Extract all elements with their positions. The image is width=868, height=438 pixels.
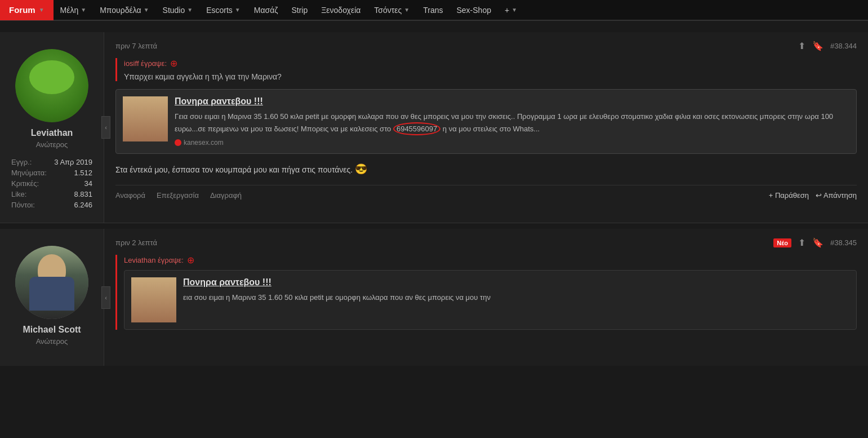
edit-button[interactable]: Επεξεργασία xyxy=(157,191,199,200)
critics-label: Κριτικές: xyxy=(11,179,39,188)
stat-messages: Μηνύματα: 1.512 xyxy=(11,169,92,177)
nested-quote-author: Leviathan έγραψε: ⊕ xyxy=(124,255,857,266)
nav-item-studio[interactable]: Studio ▼ xyxy=(156,0,200,20)
quote-icon: ⊕ xyxy=(170,58,177,69)
nav-item-strip[interactable]: Strip xyxy=(284,0,314,20)
nav-item-sexshop[interactable]: Sex-Shop xyxy=(450,0,498,20)
nav-item-masaz[interactable]: Μασάζ xyxy=(247,0,285,20)
post-time: πριν 7 λεπτά xyxy=(115,42,157,50)
post-time-2: πριν 2 λεπτά xyxy=(115,238,157,247)
points-label: Πόντοι: xyxy=(11,201,35,209)
report-button[interactable]: Αναφορά xyxy=(115,191,145,200)
bookmark-icon-2[interactable]: 🔖 xyxy=(812,237,824,248)
phone-number: 6945596097 xyxy=(393,122,440,136)
top-navigation: Forum ▼ Μέλη ▼ Μπουρδέλα ▼ Studio ▼ Esco… xyxy=(0,0,868,21)
ad-description: Γεια σου ειμαι η Μαρινα 35 1.60 50 κιλα … xyxy=(175,111,849,135)
post-2: ‹ Michael Scott Ανώτερος πριν 2 λεπτά Νέ… xyxy=(0,229,868,366)
nav-arrow-icon: ▼ xyxy=(81,7,86,13)
nav-item-xenodoxeia[interactable]: Ξενοδοχεία xyxy=(314,0,367,20)
ad-thumbnail xyxy=(123,96,168,141)
nested-ad-thumb-image xyxy=(131,277,176,322)
quote-text: Υπαρχει καμια αγγελια η τηλ για την Μαρι… xyxy=(124,72,857,81)
post-1: ‹ Leviathan Ανώτερος Εγγρ.: 3 Απρ 2019 Μ… xyxy=(0,32,868,223)
nav-arrow-icon: ▼ xyxy=(144,7,149,13)
forum-label: Forum xyxy=(9,5,35,15)
user-sidebar-2: ‹ Michael Scott Ανώτερος xyxy=(0,229,104,366)
nested-ad-title[interactable]: Πονηρα ραντεβου !!! xyxy=(183,277,849,287)
source-url: kanesex.com xyxy=(184,139,224,147)
quote-box: iosiff έγραψε: ⊕ Υπαρχει καμια αγγελια η… xyxy=(115,58,857,81)
bookmark-icon[interactable]: 🔖 xyxy=(812,41,824,51)
username: Leviathan xyxy=(31,128,73,138)
user-rank: Ανώτερος xyxy=(36,140,68,149)
forum-nav-button[interactable]: Forum ▼ xyxy=(0,0,54,20)
reply-button[interactable]: ↩ Απάντηση xyxy=(816,191,857,200)
nav-item-tsontes[interactable]: Τσόντες ▼ xyxy=(367,0,416,20)
new-badge: Νέο xyxy=(773,238,791,247)
post-actions-right: ⬆ 🔖 #38.344 xyxy=(798,41,857,51)
nav-arrow-icon: ▼ xyxy=(187,7,193,13)
likes-count: 8.831 xyxy=(74,190,92,198)
nav-arrow-icon: ▼ xyxy=(511,7,517,13)
nested-quote-box: Leviathan έγραψε: ⊕ Πονηρα ραντεβου !!! … xyxy=(115,255,857,330)
stat-likes: Like: 8.831 xyxy=(11,190,92,198)
post-number: #38.344 xyxy=(830,42,857,50)
stat-points: Πόντοι: 6.246 xyxy=(11,201,92,209)
nav-item-escorts[interactable]: Escorts ▼ xyxy=(199,0,247,20)
nav-item-more[interactable]: + ▼ xyxy=(498,0,524,20)
post-number-2: #38.345 xyxy=(830,238,857,247)
status-indicator xyxy=(77,110,86,120)
quote-author: iosiff έγραψε: ⊕ xyxy=(124,58,857,69)
nested-ad-card: Πονηρα ραντεβου !!! εια σου ειμαι η Μαρι… xyxy=(124,270,857,330)
stat-critics: Κριτικές: 34 xyxy=(11,179,92,188)
join-date: 3 Απρ 2019 xyxy=(54,158,92,166)
forum-arrow-icon: ▼ xyxy=(39,7,44,13)
points-count: 6.246 xyxy=(74,201,92,209)
source-dot xyxy=(175,139,181,146)
post-body-1: πριν 7 λεπτά ⬆ 🔖 #38.344 iosiff έγραψε: … xyxy=(104,32,868,223)
nav-arrow-icon: ▼ xyxy=(235,7,241,13)
user-sidebar-1: ‹ Leviathan Ανώτερος Εγγρ.: 3 Απρ 2019 Μ… xyxy=(0,32,104,223)
ad-content: Πονηρα ραντεβου !!! Γεια σου ειμαι η Μαρ… xyxy=(175,96,849,147)
nav-item-trans[interactable]: Trans xyxy=(416,0,449,20)
likes-label: Like: xyxy=(11,190,26,198)
nested-ad-content: Πονηρα ραντεβου !!! εια σου ειμαι η Μαρι… xyxy=(183,277,849,322)
post-spacer xyxy=(0,223,868,229)
messages-count: 1.512 xyxy=(74,169,92,177)
nested-quote-icon: ⊕ xyxy=(187,255,194,266)
avatar xyxy=(15,49,88,122)
sidebar-collapse-button-2[interactable]: ‹ xyxy=(101,286,110,309)
join-label: Εγγρ.: xyxy=(11,158,32,166)
critics-count: 34 xyxy=(84,179,92,188)
post-actions-right-2: Νέο ⬆ 🔖 #38.345 xyxy=(773,237,857,248)
nav-arrow-icon: ▼ xyxy=(404,7,409,13)
main-layout: ‹ Leviathan Ανώτερος Εγγρ.: 3 Απρ 2019 Μ… xyxy=(0,32,868,223)
post-footer-1: Αναφορά Επεξεργασία Διαγραφή + Παράθεση … xyxy=(115,185,857,200)
avatar-image-man xyxy=(15,246,88,319)
quote-button[interactable]: + Παράθεση xyxy=(769,191,809,200)
post-header-1: πριν 7 λεπτά ⬆ 🔖 #38.344 xyxy=(115,41,857,51)
nav-item-mpourdelа[interactable]: Μπουρδέλα ▼ xyxy=(93,0,155,20)
ad-card: Πονηρα ραντεβου !!! Γεια σου ειμαι η Μαρ… xyxy=(115,89,857,154)
user-rank-2: Ανώτερος xyxy=(36,337,68,346)
post-2-layout: ‹ Michael Scott Ανώτερος πριν 2 λεπτά Νέ… xyxy=(0,229,868,366)
post-header-2: πριν 2 λεπτά Νέο ⬆ 🔖 #38.345 xyxy=(115,237,857,248)
share-icon[interactable]: ⬆ xyxy=(798,41,805,51)
username-2: Michael Scott xyxy=(23,325,81,335)
post-text: Στα έντεκά μου, έσπασα τον κουμπαρά μου … xyxy=(115,162,857,177)
ad-title[interactable]: Πονηρα ραντεβου !!! xyxy=(175,96,849,107)
stat-join: Εγγρ.: 3 Απρ 2019 xyxy=(11,158,92,166)
share-icon-2[interactable]: ⬆ xyxy=(798,237,805,248)
emoji-icon: 😎 xyxy=(355,163,367,175)
ad-source: kanesex.com xyxy=(175,139,849,147)
messages-label: Μηνύματα: xyxy=(11,169,47,177)
delete-button[interactable]: Διαγραφή xyxy=(210,191,242,200)
nested-ad-thumbnail xyxy=(131,277,176,322)
post-footer-actions-left: Αναφορά Επεξεργασία Διαγραφή xyxy=(115,191,242,200)
user-stats: Εγγρ.: 3 Απρ 2019 Μηνύματα: 1.512 Κριτικ… xyxy=(6,158,98,211)
nav-item-meli[interactable]: Μέλη ▼ xyxy=(54,0,94,20)
ad-thumb-image xyxy=(123,96,168,141)
sidebar-collapse-button[interactable]: ‹ xyxy=(101,116,110,139)
nav-spacer xyxy=(0,21,868,32)
post-body-2: πριν 2 λεπτά Νέο ⬆ 🔖 #38.345 Leviathan έ… xyxy=(104,229,868,366)
